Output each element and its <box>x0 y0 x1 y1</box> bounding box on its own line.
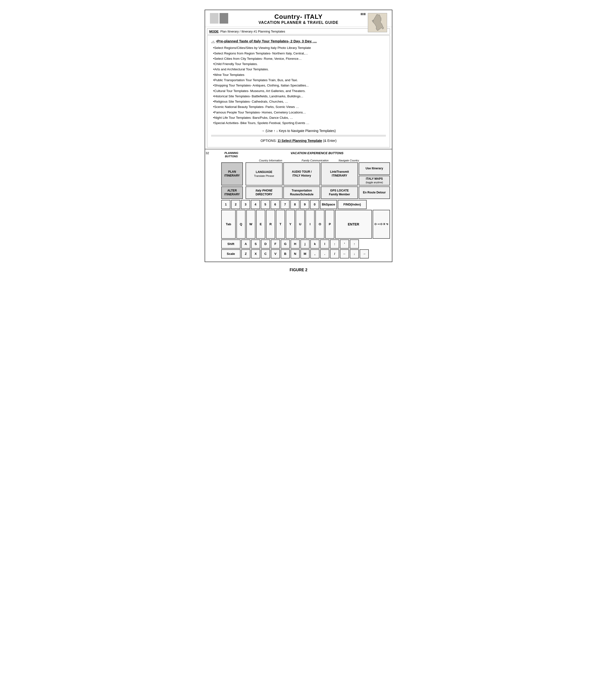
gps-locate-button[interactable]: GPS LOCATE Family Member <box>321 186 358 199</box>
key-down[interactable]: ↓ <box>350 249 359 258</box>
en-route-label: En Route Detour <box>363 191 386 195</box>
use-itinerary-button[interactable]: Use Itinerary <box>359 162 390 175</box>
sub-label-family: Family Communication <box>297 159 333 162</box>
bullet-item: •Select Cities from City Templates- Rome… <box>211 56 386 61</box>
key-up[interactable]: ↑ <box>350 240 359 249</box>
key-row-numbers: 1 2 3 4 5 6 7 8 9 0 BkSpace FIND (Index) <box>207 200 390 209</box>
language-label: LANGUAGE <box>256 170 272 174</box>
key-backspace[interactable]: BkSpace <box>320 200 337 209</box>
bottom-section: 32 PLANNING BUTTONS VACATION EXPERIENCE … <box>205 149 392 261</box>
key-shift[interactable]: Shift <box>221 240 240 249</box>
link-transmit-button[interactable]: Link/Transmit ITINERARY <box>321 162 358 185</box>
bullet-item: •Special Activities- Bike Tours, Spoleto… <box>211 121 386 126</box>
options-bold: 1) Select Planning Template <box>278 139 322 143</box>
language-button[interactable]: LANGUAGE Translate Phrase <box>245 162 283 185</box>
toggle-label: (toggle anytime) <box>366 181 383 184</box>
key-scale[interactable]: Scale <box>221 249 240 258</box>
plan-itinerary-label: PLANITINERARY <box>224 170 240 177</box>
key-c[interactable]: C <box>261 249 270 258</box>
transport-button[interactable]: Transportation Routes/Schedule <box>283 186 320 199</box>
mode-bar: MODE: Plan Itinerary / Itinerary #1 Plan… <box>207 28 390 34</box>
key-9[interactable]: 9 <box>300 200 309 209</box>
italy-history-label: ITALY History <box>292 174 311 178</box>
key-photo[interactable]: PHOTO <box>373 210 390 239</box>
key-f[interactable]: F <box>271 240 280 249</box>
use-itinerary-label: Use Itinerary <box>366 167 383 171</box>
key-m[interactable]: M <box>301 249 310 258</box>
key-right[interactable]: → <box>360 249 369 258</box>
key-l[interactable]: l <box>320 240 329 249</box>
key-i[interactable]: I <box>306 210 315 239</box>
key-6[interactable]: 6 <box>270 200 280 209</box>
key-7[interactable]: 7 <box>281 200 290 209</box>
key-h[interactable]: H <box>290 240 300 249</box>
key-tab[interactable]: Tab <box>221 210 236 239</box>
key-5[interactable]: 5 <box>261 200 270 209</box>
key-quote[interactable]: ' <box>340 240 349 249</box>
key-left[interactable]: ← <box>340 249 349 258</box>
key-u[interactable]: U <box>295 210 305 239</box>
key-n[interactable]: N <box>290 249 300 258</box>
en-route-button[interactable]: En Route Detour <box>359 186 390 199</box>
alter-itinerary-button[interactable]: ALTERITINERARY <box>221 186 243 199</box>
bullets-container: •Select Regions/Cities/Sites by Viewing … <box>211 45 386 126</box>
main-item-text: •Pre-planned Taste of Italy Tour Templat… <box>216 38 317 44</box>
bullet-item: •Historical Site Templates- Battlefields… <box>211 94 386 99</box>
key-e[interactable]: E <box>256 210 265 239</box>
audio-tour-button[interactable]: AUDIO TOUR / ITALY History <box>283 162 320 185</box>
key-k[interactable]: k <box>310 240 319 249</box>
plan-itinerary-button[interactable]: PLANITINERARY <box>221 162 243 185</box>
key-r[interactable]: R <box>266 210 275 239</box>
figure-caption: FIGURE 2 <box>290 268 307 272</box>
key-b[interactable]: B <box>281 249 290 258</box>
key-period[interactable]: . <box>320 249 329 258</box>
key-a[interactable]: A <box>241 240 250 249</box>
key-3[interactable]: 3 <box>241 200 250 209</box>
italy-phone-button[interactable]: Italy PHONE DIRECTORY <box>245 186 283 199</box>
key-enter[interactable]: ENTER <box>335 210 372 239</box>
key-8[interactable]: 8 <box>290 200 300 209</box>
key-v[interactable]: V <box>271 249 280 258</box>
key-slash[interactable]: / <box>330 249 339 258</box>
planning-header: PLANNING BUTTONS <box>220 151 242 158</box>
exp-button-row-1: PLANITINERARY LANGUAGE Translate Phrase … <box>207 162 390 185</box>
mode-label: MODE <box>209 30 218 33</box>
bullet-item: •Night Life Tour Templates: Bars/Pubs, D… <box>211 115 386 121</box>
key-x[interactable]: X <box>251 249 260 258</box>
italy-maps-button[interactable]: ITALY MAPS (toggle anytime) <box>359 176 390 185</box>
italy-phone-label: Italy PHONE <box>256 189 272 193</box>
sub-label-country: Country Information <box>244 159 297 162</box>
sub-labels-row: Country Information Family Communication… <box>244 159 390 162</box>
bullet-item: •Arts and Architectural Tour Templates. <box>211 67 386 72</box>
key-o[interactable]: O <box>315 210 325 239</box>
planning-number: 32 <box>206 151 209 155</box>
key-colon[interactable]: : <box>330 240 339 249</box>
arrow-icon: → <box>211 38 215 44</box>
key-j[interactable]: j <box>301 240 310 249</box>
sub-label-navigate: Navigate Country <box>333 159 364 162</box>
key-q[interactable]: Q <box>236 210 245 239</box>
options-label: OPTIONS: <box>260 139 278 143</box>
key-g[interactable]: G <box>281 240 290 249</box>
bullet-item: •Religious Site Templates- Cathedrals, C… <box>211 99 386 104</box>
key-t[interactable]: T <box>276 210 285 239</box>
italy-map-svg <box>370 14 385 32</box>
options-suffix: (& Enter) <box>322 139 337 143</box>
key-4[interactable]: 4 <box>251 200 260 209</box>
key-comma[interactable]: , <box>310 249 319 258</box>
key-1[interactable]: 1 <box>221 200 230 209</box>
key-0[interactable]: 0 <box>310 200 319 209</box>
key-find[interactable]: FIND (Index) <box>338 200 367 209</box>
page-container: ||||||| ||||||| Country- ITALY VACATION … <box>205 10 392 262</box>
key-d[interactable]: D <box>261 240 270 249</box>
key-p[interactable]: P <box>325 210 334 239</box>
nav-hint: → (Use ↑ ↓ Keys to Navigate Planning Tem… <box>211 128 386 134</box>
key-2[interactable]: 2 <box>231 200 240 209</box>
main-item: → •Pre-planned Taste of Italy Tour Templ… <box>211 38 386 44</box>
key-z[interactable]: Z <box>241 249 250 258</box>
key-w[interactable]: W <box>246 210 255 239</box>
bullet-item: •Wine Tour Templates <box>211 72 386 78</box>
map-thumbnail <box>368 13 387 32</box>
key-y[interactable]: Y <box>286 210 295 239</box>
key-s[interactable]: S <box>251 240 260 249</box>
